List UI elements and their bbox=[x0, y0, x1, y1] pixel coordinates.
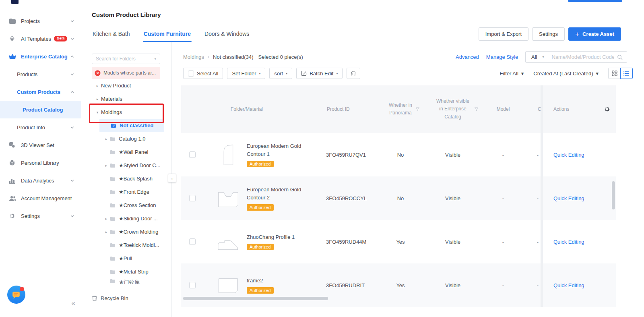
folder-item-catalog-1-0[interactable]: ▸ Catalog 1.0 bbox=[81, 132, 171, 145]
column-settings-gear-icon[interactable] bbox=[604, 106, 610, 112]
quick-editing-link[interactable]: Quick Editing bbox=[553, 282, 584, 288]
chevron-icon bbox=[70, 90, 74, 94]
product-thumbnail[interactable] bbox=[217, 144, 239, 166]
top-links: Advanced Manage Style bbox=[456, 52, 518, 62]
settings-button[interactable]: Settings bbox=[532, 27, 565, 41]
set-folder-button[interactable]: Set Folder▾ bbox=[227, 68, 265, 79]
product-name[interactable]: European Modern Gold Contour 1 bbox=[247, 142, 308, 158]
folder-item-sliding-door[interactable]: ▸ ★Sliding Door ... bbox=[81, 212, 171, 225]
chat-support-button[interactable] bbox=[7, 286, 25, 304]
product-name[interactable]: European Modern Gold Contour 2 bbox=[247, 186, 308, 202]
page-title: Custom Product Library bbox=[92, 11, 161, 18]
sidebar-item-ai-templates[interactable]: AI Templates Beta bbox=[0, 30, 81, 48]
filter-funnel-icon[interactable] bbox=[474, 107, 479, 112]
chevron-icon bbox=[70, 72, 74, 77]
tab-doors-windows[interactable]: Doors & Windows bbox=[204, 27, 250, 42]
folder-item-cross-section[interactable]: ★Cross Section bbox=[81, 199, 171, 212]
filter-funnel-icon[interactable] bbox=[415, 107, 420, 112]
manage-style-link[interactable]: Manage Style bbox=[486, 54, 518, 60]
product-name[interactable]: ZhuoChang Profile 1 bbox=[247, 233, 308, 241]
folder-item-crown-molding[interactable]: ▸ ★Crown Molding bbox=[81, 225, 171, 238]
folder-item-new-product[interactable]: ▸ New Product bbox=[81, 79, 171, 92]
filter-dropdown[interactable]: Filter All▾ bbox=[500, 70, 524, 77]
sidebar-item-projects[interactable]: Projects bbox=[0, 12, 81, 30]
tree-caret-icon[interactable]: ▸ bbox=[104, 217, 109, 221]
panel-resize-handle[interactable]: ↔ bbox=[168, 174, 176, 182]
folder-item-front-edge[interactable]: ★Front Edge bbox=[81, 185, 171, 199]
product-thumbnail[interactable] bbox=[217, 231, 239, 253]
folder-item-styled-door-c[interactable]: ▸ ★Styled Door C... bbox=[81, 159, 171, 172]
folder-icon bbox=[110, 230, 116, 234]
delete-button[interactable] bbox=[347, 68, 360, 79]
folder-icon bbox=[9, 18, 17, 24]
row-checkbox[interactable] bbox=[189, 282, 196, 288]
quick-editing-link[interactable]: Quick Editing bbox=[553, 239, 584, 245]
search-input[interactable] bbox=[548, 54, 617, 61]
folder-item-metal-strip[interactable]: ★Metal Strip bbox=[81, 265, 171, 278]
clipped-column-value: - bbox=[523, 195, 541, 201]
sidebar-item-products[interactable]: Products bbox=[0, 65, 81, 83]
product-name[interactable]: frame2 bbox=[247, 277, 308, 285]
sidebar-item-custom-products[interactable]: Custom Products bbox=[0, 83, 81, 101]
advanced-link[interactable]: Advanced bbox=[456, 54, 479, 60]
model-value: - bbox=[483, 282, 523, 288]
folder-item-back-splash[interactable]: ★Back Splash bbox=[81, 172, 171, 185]
product-thumbnail[interactable] bbox=[217, 274, 239, 296]
parts-alert-banner[interactable]: Models whose parts ar... bbox=[92, 67, 160, 79]
select-all-button[interactable]: Select All bbox=[183, 68, 223, 79]
folder-item-label: ★Cross Section bbox=[119, 202, 156, 208]
quick-editing-link[interactable]: Quick Editing bbox=[553, 152, 584, 158]
sort-order-dropdown[interactable]: Created At (Last Created)▾ bbox=[533, 70, 599, 77]
search-icon[interactable] bbox=[617, 54, 627, 60]
vertical-scrollbar[interactable] bbox=[612, 181, 615, 209]
grid-view-icon[interactable] bbox=[608, 68, 621, 79]
sort-button[interactable]: sort▾ bbox=[269, 68, 292, 79]
folder-item-pull[interactable]: ★Pull bbox=[81, 252, 171, 265]
svg-text:?: ? bbox=[113, 124, 114, 127]
sidebar-item-product-info[interactable]: Product Info bbox=[0, 118, 81, 136]
sidebar-item-settings[interactable]: Settings bbox=[0, 207, 81, 225]
folder-search-select[interactable]: Search for Folders ▾ bbox=[92, 54, 160, 64]
search-bar: All ▾ bbox=[525, 51, 627, 63]
tree-caret-icon[interactable]: ▸ bbox=[104, 137, 109, 141]
folder-item-label: ★Crown Molding bbox=[119, 229, 158, 235]
collapse-sidebar-icon[interactable]: « bbox=[72, 299, 74, 307]
folder-item-label: Not classified bbox=[120, 122, 154, 128]
tab-kitchen-bath[interactable]: Kitchen & Bath bbox=[92, 27, 131, 42]
tree-caret-icon[interactable]: ▸ bbox=[95, 84, 100, 88]
tree-caret-icon[interactable]: ▸ bbox=[104, 164, 109, 168]
sidebar-item-product-catalog[interactable]: Product Catalog bbox=[0, 101, 81, 118]
chevron-down-icon: ▾ bbox=[259, 72, 260, 75]
sidebar-item-3d-viewer-set[interactable]: 3D Viewer Set bbox=[0, 136, 81, 154]
row-checkbox[interactable] bbox=[189, 238, 196, 245]
gear-icon bbox=[9, 213, 17, 219]
sidebar-item-account-management[interactable]: Account Management bbox=[0, 189, 81, 207]
batch-edit-button[interactable]: Batch Edit▾ bbox=[296, 68, 343, 79]
folder-item-toekick-moldi[interactable]: ★Toekick Moldi... bbox=[81, 238, 171, 252]
sidebar-item-personal-library[interactable]: Personal Library bbox=[0, 154, 81, 172]
import-export-button[interactable]: Import & Export bbox=[479, 27, 528, 41]
folder-icon bbox=[110, 216, 116, 221]
folder-item-cn-15[interactable]: ★门铰库 bbox=[81, 278, 171, 284]
product-thumbnail[interactable] bbox=[217, 187, 239, 209]
sidebar-item-enterprise-catalog[interactable]: Enterprise Catalog bbox=[0, 48, 81, 65]
column-model: Model bbox=[483, 106, 523, 112]
tab-custom-furniture[interactable]: Custom Furniture bbox=[143, 27, 192, 42]
recycle-bin[interactable]: Recycle Bin bbox=[92, 292, 128, 304]
tree-caret-icon[interactable]: ▸ bbox=[104, 230, 109, 234]
sidebar-item-data-analytics[interactable]: Data Analytics bbox=[0, 172, 81, 189]
quick-editing-link[interactable]: Quick Editing bbox=[553, 195, 584, 201]
table-row: frame2 Authorized 3FO459RUDRIT Yes Visib… bbox=[181, 263, 616, 307]
folder-item-label: Catalog 1.0 bbox=[119, 136, 146, 142]
search-scope-dropdown[interactable]: All ▾ bbox=[526, 54, 548, 60]
row-checkbox[interactable] bbox=[189, 195, 196, 201]
folder-item-wall-panel[interactable]: ★Wall Panel bbox=[81, 145, 171, 159]
list-view-icon[interactable] bbox=[620, 68, 633, 79]
tree-caret-icon[interactable]: ▸ bbox=[95, 97, 100, 101]
horizontal-scrollbar[interactable] bbox=[183, 297, 328, 300]
create-asset-button[interactable]: +Create Asset bbox=[568, 27, 621, 41]
clipped-column-value: - bbox=[523, 152, 541, 158]
select-all-checkbox[interactable] bbox=[188, 70, 194, 77]
row-checkbox[interactable] bbox=[189, 151, 196, 158]
breadcrumb-parent[interactable]: Moldings bbox=[183, 54, 204, 60]
